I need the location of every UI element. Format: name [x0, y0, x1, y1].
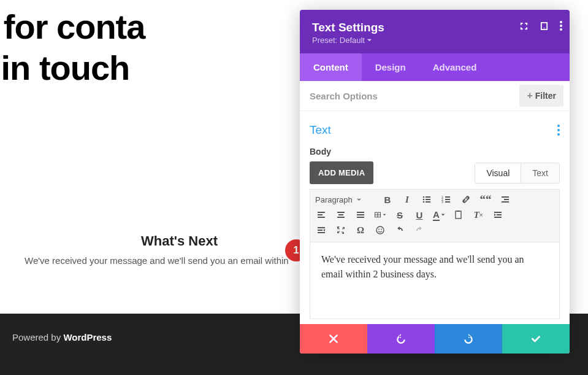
svg-point-35 — [376, 226, 384, 234]
editor-header-row: ADD MEDIA Visual Text — [310, 161, 560, 184]
svg-rect-23 — [357, 217, 364, 218]
expand-icon[interactable] — [519, 21, 529, 31]
svg-rect-5 — [426, 201, 430, 203]
search-input[interactable] — [300, 83, 517, 109]
body-field-label: Body — [310, 147, 560, 157]
svg-rect-7 — [445, 196, 450, 198]
save-button[interactable] — [502, 324, 570, 354]
fullscreen-button[interactable] — [335, 224, 347, 236]
preset-label: Preset: Default — [312, 36, 365, 45]
svg-rect-29 — [494, 212, 502, 213]
clear-formatting-button[interactable]: T× — [472, 209, 484, 221]
redo-button[interactable] — [413, 224, 426, 236]
panel-header: Text Settings Preset: Default — [300, 10, 570, 53]
chevron-down-icon — [356, 197, 362, 203]
more-options-icon[interactable] — [560, 21, 562, 31]
svg-rect-32 — [318, 227, 325, 228]
svg-rect-9 — [445, 199, 450, 200]
svg-rect-17 — [318, 217, 325, 218]
tab-advanced[interactable]: Advanced — [419, 53, 491, 81]
filter-label: Filter — [535, 91, 556, 101]
align-left-button[interactable] — [315, 209, 327, 221]
text-color-button[interactable]: A — [433, 209, 445, 221]
svg-point-36 — [378, 229, 380, 230]
chevron-down-icon — [367, 37, 372, 43]
svg-rect-16 — [318, 214, 323, 215]
svg-point-2 — [423, 199, 425, 201]
svg-rect-15 — [318, 212, 325, 213]
footer-prefix: Powered by — [12, 332, 63, 342]
svg-rect-21 — [357, 212, 364, 213]
underline-button[interactable]: U — [413, 209, 426, 221]
cancel-button[interactable] — [300, 324, 367, 354]
svg-rect-12 — [502, 196, 509, 198]
whats-next-subtext: We've received your message and we'll se… — [25, 255, 289, 266]
undo-icon — [395, 333, 407, 344]
svg-rect-22 — [357, 214, 364, 215]
emoji-button[interactable] — [374, 224, 386, 236]
indent-button[interactable] — [492, 209, 504, 221]
redo-icon — [463, 333, 474, 344]
editor-tab-text[interactable]: Text — [521, 163, 559, 183]
svg-rect-14 — [502, 201, 509, 203]
svg-text:3: 3 — [441, 200, 443, 204]
body-editor[interactable]: We've received your message and we'll se… — [310, 242, 560, 319]
align-right-button[interactable] — [499, 193, 511, 206]
svg-rect-13 — [504, 199, 509, 200]
svg-rect-3 — [426, 199, 430, 200]
chevron-down-icon — [383, 212, 386, 217]
heading-line-1: k you for conta — [0, 7, 145, 46]
section-text-title[interactable]: Text — [310, 123, 560, 137]
svg-rect-34 — [318, 232, 325, 233]
svg-rect-30 — [497, 214, 502, 215]
italic-button[interactable]: I — [401, 193, 413, 206]
svg-rect-28 — [457, 211, 460, 212]
panel-footer — [300, 324, 570, 354]
outdent-button[interactable] — [315, 224, 327, 236]
svg-point-37 — [381, 229, 382, 230]
paragraph-selector[interactable]: Paragraph — [315, 195, 374, 204]
chevron-down-icon — [441, 212, 445, 217]
footer-brand: WordPress — [63, 332, 112, 342]
editor-toolbar: Paragraph B I 123 ““ S U A T× — [310, 189, 560, 242]
align-center-button[interactable] — [335, 209, 347, 221]
tab-content[interactable]: Content — [300, 53, 362, 81]
svg-rect-20 — [337, 217, 345, 218]
special-char-button[interactable]: Ω — [354, 224, 367, 236]
whats-next-heading: What's Next — [141, 233, 218, 249]
blockquote-button[interactable]: ““ — [479, 193, 492, 206]
close-icon — [328, 333, 339, 344]
bold-button[interactable]: B — [381, 193, 394, 206]
svg-rect-27 — [456, 211, 461, 218]
undo-button[interactable] — [367, 324, 435, 354]
filter-button[interactable]: Filter — [519, 85, 563, 107]
check-icon — [530, 333, 541, 344]
preset-selector[interactable]: Preset: Default — [312, 36, 557, 45]
svg-rect-33 — [318, 230, 323, 231]
paragraph-label: Paragraph — [315, 195, 353, 204]
table-button[interactable] — [374, 209, 386, 221]
tab-design[interactable]: Design — [362, 53, 419, 81]
settings-tabs: Content Design Advanced — [300, 53, 570, 81]
editor-tab-visual[interactable]: Visual — [475, 163, 521, 183]
svg-rect-1 — [426, 196, 430, 198]
text-settings-panel: Text Settings Preset: Default Content De… — [300, 10, 570, 354]
svg-rect-31 — [494, 217, 502, 218]
svg-rect-19 — [338, 214, 343, 215]
bullet-list-button[interactable] — [421, 193, 433, 206]
undo-button[interactable] — [394, 224, 406, 236]
settings-scroll[interactable]: Text Body ADD MEDIA Visual Text Paragrap… — [300, 111, 570, 324]
numbered-list-button[interactable]: 123 — [440, 193, 452, 206]
section-text-menu-icon[interactable] — [557, 125, 560, 136]
section-text-label: Text — [310, 123, 331, 137]
responsive-icon[interactable] — [540, 21, 549, 31]
add-media-button[interactable]: ADD MEDIA — [310, 161, 373, 184]
paste-text-button[interactable] — [452, 209, 465, 221]
svg-rect-11 — [445, 201, 450, 203]
link-button[interactable] — [460, 193, 472, 206]
align-justify-button[interactable] — [354, 209, 367, 221]
svg-rect-18 — [337, 212, 345, 213]
strikethrough-button[interactable]: S — [394, 209, 406, 221]
redo-button[interactable] — [435, 324, 502, 354]
panel-header-actions — [519, 21, 562, 31]
